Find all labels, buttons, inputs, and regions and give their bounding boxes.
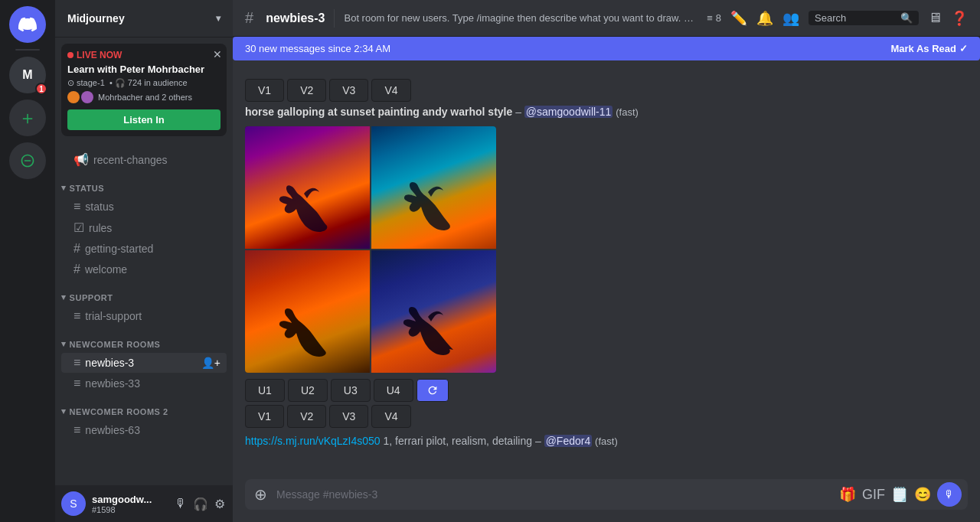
add-icon[interactable]: ⊕ bbox=[251, 479, 270, 510]
channel-item-status[interactable]: ≡ status bbox=[61, 197, 227, 217]
v-buttons-row-2: V1 V2 V3 V4 bbox=[245, 405, 968, 428]
v3-button-bottom[interactable]: V3 bbox=[329, 405, 368, 428]
sticker-icon[interactable]: 🗒️ bbox=[891, 486, 908, 503]
mic-button[interactable]: 🎙 bbox=[937, 482, 962, 507]
user-controls: 🎙 🎧 ⚙ bbox=[173, 495, 227, 513]
chevron-sm-newcomer2-icon: ▾ bbox=[61, 406, 67, 416]
messages-area: V1 V2 V3 V4 horse galloping at sunset pa… bbox=[233, 67, 980, 479]
horse-image-2[interactable] bbox=[371, 126, 496, 249]
channel-item-getting-started[interactable]: # getting-started bbox=[61, 239, 227, 259]
channel-hash-icon: # bbox=[245, 9, 253, 27]
u2-button[interactable]: U2 bbox=[288, 379, 328, 402]
u3-button[interactable]: U3 bbox=[331, 379, 371, 402]
tag-fast-1: (fast) bbox=[616, 106, 639, 118]
inbox-icon[interactable]: 🖥 bbox=[928, 10, 942, 26]
search-bar[interactable]: Search 🔍 bbox=[808, 11, 919, 25]
hash-icon-5: ≡ bbox=[74, 356, 80, 370]
headphone-toggle-button[interactable]: 🎧 bbox=[191, 495, 210, 513]
category-status[interactable]: ▾ status bbox=[55, 171, 233, 196]
host-avatar-2 bbox=[81, 91, 93, 103]
notification-banner: 30 new messages since 2:34 AM Mark As Re… bbox=[233, 37, 980, 60]
v2-button-top[interactable]: V2 bbox=[287, 79, 326, 102]
gift-icon[interactable]: 🎁 bbox=[839, 486, 856, 503]
discord-home-icon[interactable] bbox=[9, 6, 46, 43]
category-newcomer-rooms-2[interactable]: ▾ NEWCOMER ROOMS 2 bbox=[55, 394, 233, 419]
hash-icon-2: # bbox=[74, 242, 80, 256]
explore-servers-button[interactable] bbox=[9, 142, 46, 179]
mark-read-button[interactable]: Mark As Read ✓ bbox=[891, 43, 969, 54]
horse-image-1[interactable] bbox=[245, 126, 370, 249]
notification-text: 30 new messages since 2:34 AM bbox=[245, 43, 390, 54]
channel-item-rules[interactable]: ☑ rules bbox=[61, 217, 227, 238]
checkmark-icon: ✓ bbox=[959, 43, 968, 54]
live-now-card: ✕ LIVE NOW Learn with Peter Mohrbacher ⊙… bbox=[61, 44, 227, 136]
chevron-sm-support-icon: ▾ bbox=[61, 292, 67, 302]
server-header[interactable]: Midjourney ▾ bbox=[55, 0, 233, 38]
category-newcomer-rooms[interactable]: ▾ NEWCOMER ROOMS bbox=[55, 327, 233, 352]
channel-item-newbies-3[interactable]: ≡ newbies-3 👤+ bbox=[61, 353, 227, 373]
refresh-button[interactable] bbox=[416, 379, 449, 402]
channel-label-newbies-63: newbies-63 bbox=[85, 424, 140, 436]
user-mention-2: @Fedor4 bbox=[544, 435, 593, 447]
help-icon[interactable]: ❓ bbox=[951, 10, 968, 27]
server-avatar-midjourney[interactable]: M 1 bbox=[9, 57, 46, 93]
chevron-sm-icon: ▾ bbox=[61, 183, 67, 193]
channel-label-recent-changes: recent-changes bbox=[93, 154, 168, 166]
u-buttons-row: U1 U2 U3 U4 bbox=[245, 379, 968, 402]
v4-button-top[interactable]: V4 bbox=[371, 79, 410, 102]
notification-icon[interactable]: 🔔 bbox=[756, 10, 773, 27]
message-input[interactable] bbox=[276, 479, 833, 510]
channel-item-newbies-33[interactable]: ≡ newbies-33 bbox=[61, 374, 227, 393]
channel-label-rules: rules bbox=[89, 222, 112, 234]
message-link-2[interactable]: https://s.mj.run/vKqLzI4s050 bbox=[245, 435, 381, 447]
channel-item-welcome[interactable]: # welcome bbox=[61, 259, 227, 279]
user-area: S samgoodw... #1598 🎙 🎧 ⚙ bbox=[55, 485, 233, 522]
gif-icon[interactable]: GIF bbox=[862, 487, 885, 503]
hosts-label: Mohrbacher and 2 others bbox=[98, 93, 192, 102]
v2-button-bottom[interactable]: V2 bbox=[287, 405, 326, 428]
add-server-button[interactable]: ＋ bbox=[9, 100, 46, 136]
chevron-sm-newcomer-icon: ▾ bbox=[61, 339, 67, 349]
channel-topic: Bot room for new users. Type /imagine th… bbox=[344, 12, 697, 24]
user-avatar: S bbox=[61, 491, 86, 516]
user-info: samgoodw... #1598 bbox=[92, 494, 167, 514]
channel-item-newbies-63[interactable]: ≡ newbies-63 bbox=[61, 420, 227, 440]
user-tag: #1598 bbox=[92, 505, 167, 514]
input-area: ⊕ 🎁 GIF 🗒️ 😊 🎙 bbox=[233, 479, 980, 522]
channel-item-trial-support[interactable]: ≡ trial-support bbox=[61, 306, 227, 326]
hosts-row: Mohrbacher and 2 others bbox=[67, 91, 220, 103]
v1-button-top[interactable]: V1 bbox=[245, 79, 284, 102]
members-panel-icon[interactable]: 👥 bbox=[782, 10, 799, 27]
edit-icon[interactable]: ✏️ bbox=[730, 10, 747, 27]
u1-button[interactable]: U1 bbox=[245, 379, 285, 402]
live-dot bbox=[67, 52, 74, 58]
channel-label-newbies-33: newbies-33 bbox=[85, 377, 140, 390]
channel-header-name: newbies-3 bbox=[266, 11, 325, 25]
emoji-icon[interactable]: 😊 bbox=[914, 486, 931, 503]
member-count-value: 8 bbox=[716, 12, 721, 24]
tag-fast-2: (fast) bbox=[595, 436, 618, 447]
channel-label-trial-support: trial-support bbox=[85, 310, 142, 322]
u4-button[interactable]: U4 bbox=[374, 379, 413, 402]
close-live-button[interactable]: ✕ bbox=[213, 48, 222, 60]
v3-button-top[interactable]: V3 bbox=[329, 79, 368, 102]
category-support[interactable]: ▾ SUPPORT bbox=[55, 280, 233, 305]
header-icons: ≡ 8 ✏️ 🔔 👥 Search 🔍 🖥 ❓ bbox=[707, 10, 968, 27]
mic-toggle-button[interactable]: 🎙 bbox=[173, 495, 188, 513]
channel-header: # newbies-3 Bot room for new users. Type… bbox=[233, 0, 980, 37]
channel-item-recent-changes[interactable]: 📢 recent-changes bbox=[61, 149, 227, 170]
hash-icon: ≡ bbox=[74, 200, 80, 214]
v1-button-bottom[interactable]: V1 bbox=[245, 405, 284, 428]
member-count: ≡ 8 bbox=[707, 12, 721, 24]
prompt-text-2: 1, ferrari pilot, realism, detailing bbox=[384, 435, 533, 447]
horse-image-3[interactable] bbox=[245, 250, 370, 373]
v4-button-bottom[interactable]: V4 bbox=[371, 405, 410, 428]
listen-in-button[interactable]: Listen In bbox=[67, 109, 220, 130]
horse-image-4[interactable] bbox=[371, 250, 496, 373]
settings-button[interactable]: ⚙ bbox=[213, 495, 227, 513]
message-prompt-1: horse galloping at sunset painting andy … bbox=[245, 105, 968, 120]
channel-label-status: status bbox=[85, 201, 113, 213]
hash-icon-7: ≡ bbox=[74, 423, 80, 437]
category-label-support: SUPPORT bbox=[70, 293, 113, 302]
host-avatar-1 bbox=[67, 91, 80, 103]
